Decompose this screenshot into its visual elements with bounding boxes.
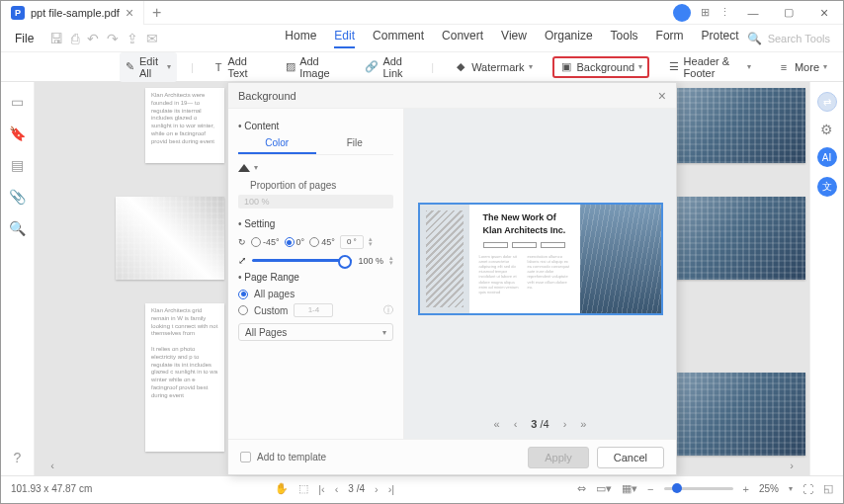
- user-avatar[interactable]: [673, 4, 691, 22]
- range-custom[interactable]: Custom 1-4 ⓘ: [238, 303, 393, 317]
- page-next-icon[interactable]: ›: [563, 418, 567, 430]
- document-tab[interactable]: P ppt file-sample.pdf ×: [1, 1, 144, 25]
- more-button[interactable]: ≡ More ▾: [771, 57, 833, 77]
- email-icon[interactable]: ✉: [146, 31, 158, 46]
- fit-width-icon[interactable]: ⇔: [577, 482, 586, 495]
- apply-button[interactable]: Apply: [528, 447, 589, 468]
- help-icon[interactable]: ?: [14, 450, 22, 465]
- spinner-icon[interactable]: ▴▾: [369, 237, 373, 247]
- outline-icon[interactable]: ▤: [11, 157, 24, 173]
- ai-icon[interactable]: AI: [817, 147, 837, 167]
- add-link-button[interactable]: 🔗 Add Link: [359, 52, 417, 82]
- redo-icon[interactable]: ↷: [107, 31, 119, 46]
- read-mode-icon[interactable]: ▦▾: [622, 482, 637, 495]
- menu-comment[interactable]: Comment: [373, 29, 424, 48]
- scroll-left-button[interactable]: ‹: [41, 456, 64, 475]
- opacity-slider[interactable]: [252, 259, 352, 262]
- add-image-button[interactable]: ▨ Add Image: [280, 52, 346, 82]
- edit-all-button[interactable]: ✎ Edit All ▾: [120, 52, 177, 82]
- menu-convert[interactable]: Convert: [442, 29, 483, 48]
- cancel-button[interactable]: Cancel: [597, 447, 664, 468]
- chevron-down-icon[interactable]: ▾: [789, 484, 793, 493]
- angle-neg45[interactable]: -45°: [251, 237, 280, 247]
- file-menu[interactable]: File: [11, 32, 38, 45]
- adjust-icon[interactable]: ⚙: [820, 122, 833, 137]
- file-tab[interactable]: File: [316, 137, 394, 154]
- page-range-section-label: Page Range: [238, 272, 393, 283]
- bookmarks-icon[interactable]: 🔖: [9, 126, 26, 141]
- color-swatch-icon: [238, 164, 250, 172]
- zoom-in-icon[interactable]: +: [743, 483, 749, 495]
- zoom-slider[interactable]: [664, 487, 733, 490]
- watermark-icon: ◆: [454, 60, 467, 74]
- page-next-icon[interactable]: ›: [375, 483, 379, 495]
- pages-selector[interactable]: All Pages ▾: [238, 323, 393, 341]
- feedback-icon[interactable]: ⊞: [701, 6, 710, 19]
- background-button[interactable]: ▣ Background ▾: [552, 56, 650, 78]
- menu-protect[interactable]: Protect: [702, 29, 739, 48]
- attachments-icon[interactable]: 📎: [9, 189, 26, 205]
- opacity-value: 100 %: [358, 256, 383, 266]
- translate-icon[interactable]: 文: [817, 177, 837, 197]
- view-mode-icon[interactable]: ▭▾: [596, 482, 612, 495]
- page-first-icon[interactable]: |‹: [318, 483, 325, 495]
- spinner-icon[interactable]: ▴▾: [389, 256, 393, 266]
- add-to-template-checkbox[interactable]: Add to template: [240, 452, 326, 462]
- page-prev-icon[interactable]: ‹: [335, 483, 339, 495]
- search-panel-icon[interactable]: 🔍: [9, 220, 26, 236]
- add-text-button[interactable]: T Add Text: [208, 52, 266, 82]
- range-all-pages[interactable]: All pages: [238, 289, 393, 299]
- page-last-icon[interactable]: ›|: [388, 483, 395, 495]
- print-icon[interactable]: ⎙: [71, 31, 79, 46]
- menu-edit[interactable]: Edit: [334, 29, 355, 48]
- minimize-button[interactable]: —: [740, 3, 766, 23]
- search-icon: 🔍: [747, 32, 762, 45]
- info-icon: ⓘ: [383, 303, 393, 317]
- close-tab-icon[interactable]: ×: [126, 5, 133, 21]
- cursor-position: 101.93 x 47.87 cm: [11, 483, 92, 494]
- angle-custom-input[interactable]: 0 °: [340, 235, 364, 249]
- page-prev-icon[interactable]: ‹: [514, 418, 518, 430]
- watermark-button[interactable]: ◆ Watermark ▾: [448, 57, 538, 77]
- menu-tools[interactable]: Tools: [611, 29, 638, 48]
- select-tool-icon[interactable]: ⬚: [298, 482, 308, 495]
- transfer-icon[interactable]: ⇄: [817, 92, 837, 112]
- scale-icon: ⤢: [238, 255, 246, 266]
- maximize-button[interactable]: ▢: [776, 3, 802, 23]
- hand-tool-icon[interactable]: ✋: [275, 482, 289, 495]
- dialog-close-icon[interactable]: ×: [658, 88, 666, 104]
- undo-icon[interactable]: ↶: [87, 31, 99, 46]
- share-icon[interactable]: ⇪: [127, 31, 138, 46]
- color-tab[interactable]: Color: [238, 137, 316, 154]
- background-dialog: Background × Content Color File ▾ Propor…: [227, 82, 677, 475]
- scroll-right-button[interactable]: ›: [780, 456, 803, 475]
- menu-view[interactable]: View: [501, 29, 527, 48]
- window-close-button[interactable]: ×: [811, 3, 837, 23]
- angle-45[interactable]: 45°: [309, 237, 335, 247]
- menu-home[interactable]: Home: [285, 29, 316, 48]
- header-footer-button[interactable]: ☰ Header & Footer ▾: [663, 52, 757, 82]
- right-sidebar: ⇄ ⚙ AI 文: [809, 82, 843, 475]
- page-indicator[interactable]: 3 /4: [348, 483, 365, 494]
- search-tools-input[interactable]: [768, 33, 844, 44]
- custom-range-input[interactable]: 1-4: [294, 303, 333, 317]
- zoom-out-icon[interactable]: −: [647, 483, 653, 495]
- angle-0[interactable]: 0°: [285, 237, 305, 247]
- chevron-down-icon: ▾: [382, 328, 386, 337]
- page-last-icon[interactable]: »: [580, 418, 586, 430]
- more-icon[interactable]: ⋮: [719, 6, 730, 19]
- zoom-value[interactable]: 25%: [759, 483, 779, 494]
- menu-form[interactable]: Form: [656, 29, 684, 48]
- preview-image-right: [580, 205, 661, 313]
- save-icon[interactable]: 🖫: [49, 31, 63, 46]
- fit-page-icon[interactable]: ◱: [823, 482, 833, 495]
- new-tab-button[interactable]: +: [144, 4, 169, 22]
- setting-section-label: Setting: [238, 218, 393, 229]
- page-first-icon[interactable]: «: [494, 418, 500, 430]
- proportion-value-field[interactable]: 100 %: [238, 195, 393, 209]
- fullscreen-icon[interactable]: ⛶: [802, 483, 813, 495]
- document-canvas[interactable]: Klan Architects were founded in 19— to r…: [35, 82, 809, 475]
- thumbnails-icon[interactable]: ▭: [11, 94, 24, 110]
- menu-organize[interactable]: Organize: [545, 29, 593, 48]
- color-picker[interactable]: ▾: [238, 163, 393, 172]
